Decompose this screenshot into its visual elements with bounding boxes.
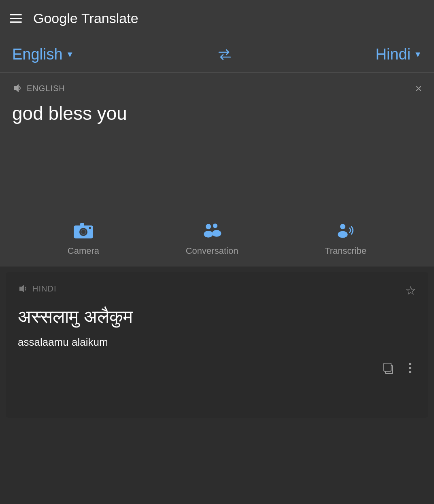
app-title-translate: Translate	[81, 11, 138, 26]
favorite-button[interactable]: ☆	[405, 283, 416, 298]
svg-rect-5	[80, 223, 84, 226]
result-sound-icon[interactable]	[18, 283, 28, 294]
header: Google Translate	[0, 0, 434, 36]
source-language-label: English	[12, 46, 63, 63]
transcribe-button[interactable]: Transcribe	[325, 219, 366, 256]
transcribe-button-label: Transcribe	[325, 246, 366, 256]
result-actions-row	[18, 361, 416, 375]
svg-marker-13	[19, 285, 24, 293]
source-input-text[interactable]: god bless you	[12, 102, 422, 126]
more-options-button[interactable]	[404, 361, 416, 375]
source-result-divider	[0, 266, 434, 266]
target-language-chevron: ▼	[414, 50, 422, 59]
svg-point-12	[338, 231, 347, 238]
svg-rect-15	[384, 363, 391, 371]
app-title: Google Translate	[33, 11, 138, 26]
svg-point-4	[81, 230, 85, 234]
source-text-area: ENGLISH × god bless you	[0, 73, 434, 211]
target-language-label: Hindi	[376, 46, 411, 63]
source-lang-label-row: ENGLISH	[12, 83, 422, 94]
svg-point-10	[212, 230, 221, 237]
source-language-chevron: ▼	[66, 50, 74, 59]
camera-button-label: Camera	[68, 246, 99, 256]
source-sound-icon[interactable]	[12, 83, 23, 94]
translation-result-area: HINDI ☆ अस्सलामु अलैकुम assalaamu alaiku…	[6, 272, 428, 418]
camera-button[interactable]: Camera	[68, 219, 99, 256]
target-language-selector[interactable]: Hindi ▼	[376, 46, 422, 63]
svg-point-7	[206, 224, 211, 229]
svg-point-8	[204, 231, 213, 238]
svg-point-16	[409, 363, 411, 365]
source-lang-label: ENGLISH	[27, 84, 65, 93]
svg-point-6	[89, 227, 91, 229]
copy-button[interactable]	[381, 361, 396, 375]
conversation-icon	[201, 219, 223, 242]
svg-point-18	[409, 371, 411, 373]
transcribe-icon	[334, 219, 357, 242]
source-language-selector[interactable]: English ▼	[12, 46, 74, 63]
result-lang-label-row: HINDI	[18, 283, 416, 294]
language-selector-bar: English ▼ Hindi ▼	[0, 36, 434, 73]
conversation-button[interactable]: Conversation	[186, 219, 238, 256]
transliteration-text: assalaamu alaikum	[18, 336, 416, 349]
swap-languages-button[interactable]	[217, 49, 232, 60]
app-title-google: Google	[33, 11, 78, 26]
svg-point-9	[213, 223, 217, 228]
action-buttons-row: Camera Conversation Transcribe	[0, 211, 434, 266]
clear-input-button[interactable]: ×	[415, 83, 422, 94]
svg-point-17	[409, 367, 411, 369]
svg-point-11	[340, 224, 345, 229]
camera-icon	[72, 219, 95, 242]
menu-button[interactable]	[10, 14, 22, 23]
svg-marker-0	[14, 84, 19, 92]
translated-text: अस्सलामु अलैकुम	[18, 304, 416, 330]
result-lang-label: HINDI	[32, 284, 56, 293]
conversation-button-label: Conversation	[186, 246, 238, 256]
